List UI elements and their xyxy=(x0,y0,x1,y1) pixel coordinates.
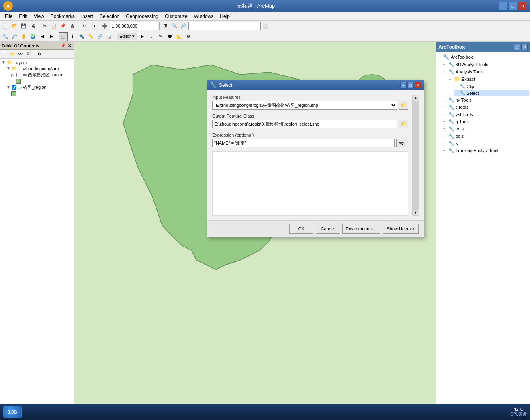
editor-tool6[interactable]: ⚙ xyxy=(184,32,193,41)
editor-tool3[interactable]: ✎ xyxy=(156,32,165,41)
toc-pin-btn[interactable]: 📌 xyxy=(60,43,66,49)
toc-list-by-selection[interactable]: ☑ xyxy=(25,51,32,58)
window-title: 无标题 - ArcMap xyxy=(13,2,499,10)
input-features-select[interactable]: E:\zhoudingcong\arcgis\矢量图徐州\省界_region.s… xyxy=(212,101,397,110)
editor-tool5[interactable]: 📐 xyxy=(175,32,184,41)
pan-tool[interactable]: ✋ xyxy=(19,32,28,41)
toc-close-btn[interactable]: ✕ xyxy=(67,43,72,49)
scroll-up-btn[interactable]: ▲ xyxy=(413,95,419,101)
open-btn[interactable]: 📂 xyxy=(10,22,19,31)
menu-bookmarks[interactable]: Bookmarks xyxy=(47,12,78,20)
arctoolbox-close-btn[interactable]: ✕ xyxy=(521,44,528,50)
toc-layer-group[interactable]: ▼ 📁 E:\zhoudingcong\arc xyxy=(6,65,73,71)
output-class-browse-btn[interactable]: 📁 xyxy=(399,120,408,128)
tb-spatial-tools[interactable]: + 🔧 yst Tools xyxy=(442,111,529,118)
identify-tool[interactable]: ℹ xyxy=(68,32,77,41)
toc-options[interactable]: ⚙ xyxy=(36,51,43,58)
hyperlink-tool[interactable]: 🔗 xyxy=(96,32,104,41)
close-button[interactable]: ✕ xyxy=(518,2,527,10)
dialog-close-btn[interactable]: ✕ xyxy=(415,82,421,88)
save-btn[interactable]: 💾 xyxy=(19,22,28,31)
menu-file[interactable]: File xyxy=(2,12,16,20)
expression-input[interactable]: "NAME" = '北京' xyxy=(212,139,395,147)
toc-sublayer1[interactable]: ▷ ▭ 西藏自治区_regio xyxy=(10,71,73,78)
toc-list-by-drawing[interactable]: ☰ xyxy=(1,51,8,58)
environments-button[interactable]: Environments... xyxy=(342,224,380,234)
select-tool[interactable]: ⬚ xyxy=(59,32,68,41)
minimize-button[interactable]: − xyxy=(499,2,507,10)
zoom-in-btn[interactable]: 🔍 xyxy=(170,22,179,31)
copy-btn[interactable]: 📋 xyxy=(49,22,58,31)
menu-view[interactable]: View xyxy=(31,12,47,20)
scroll-down-btn[interactable]: ▼ xyxy=(413,209,419,216)
map-area[interactable]: 🔧 Select − □ ✕ Input Features E xyxy=(74,42,436,410)
menu-geoprocessing[interactable]: Geoprocessing xyxy=(123,12,162,20)
editor-tool4[interactable]: ⬟ xyxy=(166,32,174,41)
toc-list-by-source[interactable]: 📁 xyxy=(9,51,16,58)
menu-insert[interactable]: Insert xyxy=(78,12,96,20)
new-btn[interactable]: 📄 xyxy=(1,22,10,31)
back-extent-tool[interactable]: ◀ xyxy=(38,32,47,41)
toc-list-by-visibility[interactable]: 👁 xyxy=(17,51,24,58)
zoom-in-tool[interactable]: 🔍 xyxy=(1,32,10,41)
tb-analysis-tools[interactable]: − 🔧 Analysis Tools xyxy=(442,68,529,75)
table-tool[interactable]: 📊 xyxy=(105,32,114,41)
output-class-input[interactable]: E:\zhoudingcong\arcgis\矢量图徐州\region_sele… xyxy=(212,120,397,128)
tb-analysis-label: Analysis Tools xyxy=(456,69,484,74)
tb-proximity-label: t Tools xyxy=(456,105,469,110)
menu-help[interactable]: Help xyxy=(217,12,233,20)
tb-tracking-tools[interactable]: + 🔧 Tracking Analyst Tools xyxy=(442,147,529,154)
tb-proximity-tools[interactable]: + 🔧 t Tools xyxy=(442,104,529,111)
toc-layer2[interactable]: ▼ ▭ 省界_region xyxy=(6,84,73,91)
forward-extent-tool[interactable]: ▶ xyxy=(47,32,56,41)
zoom-out-tool[interactable]: 🔎 xyxy=(10,32,19,41)
undo-btn[interactable]: ↩ xyxy=(80,22,88,31)
menu-customize[interactable]: Customize xyxy=(162,12,191,20)
zoom-out-btn[interactable]: 🔎 xyxy=(179,22,188,31)
tb-3d-analyst[interactable]: + 🔧 3D Analyst Tools xyxy=(442,61,529,68)
dialog-minimize-btn[interactable]: − xyxy=(400,82,407,88)
redo-btn[interactable]: ↪ xyxy=(89,22,98,31)
paste-btn[interactable]: 📌 xyxy=(59,22,68,31)
editor-tool1[interactable]: ▶ xyxy=(138,32,147,41)
find-tool[interactable]: 🔦 xyxy=(77,32,86,41)
tb-linear-tools[interactable]: + 🔧 ools xyxy=(442,125,529,133)
maximize-button[interactable]: □ xyxy=(508,2,517,10)
dialog-maximize-btn[interactable]: □ xyxy=(407,82,414,88)
cut-btn[interactable]: ✂ xyxy=(40,22,49,31)
tb-geocoding-tools[interactable]: + 🔧 g Tools xyxy=(442,118,529,125)
print-btn[interactable]: 🖨 xyxy=(29,22,37,31)
ok-button[interactable]: OK xyxy=(289,224,313,234)
input-features-browse-btn[interactable]: 📁 xyxy=(399,101,408,110)
search-input[interactable] xyxy=(188,22,261,30)
show-help-button[interactable]: Show Help >> xyxy=(383,224,419,234)
layer-checkbox[interactable] xyxy=(16,73,21,77)
tb-extract[interactable]: − 📁 Extract xyxy=(448,75,529,83)
tb-root[interactable]: □ 🔧 ArcToolbox xyxy=(437,53,529,61)
menu-selection[interactable]: Selection xyxy=(96,12,123,20)
editor-dropdown[interactable]: Editor ▾ xyxy=(117,33,137,40)
select-dialog: 🔧 Select − □ ✕ Input Features E xyxy=(207,80,424,237)
delete-btn[interactable]: 🗑 xyxy=(68,22,77,31)
tb-network-tools[interactable]: + 🔧 ools xyxy=(442,133,529,140)
zoom-full-btn[interactable]: ⊞ xyxy=(161,22,170,31)
tb-select[interactable]: 🔧 Select xyxy=(454,90,529,96)
sql-builder-btn[interactable]: SQL xyxy=(396,139,408,147)
measure-tool[interactable]: 📏 xyxy=(86,32,95,41)
add-data-btn[interactable]: ➕ xyxy=(100,22,109,31)
tb-clip[interactable]: 🔧 Clip xyxy=(454,83,529,90)
toc-layers-root[interactable]: ▼ 📁 Layers xyxy=(1,59,73,65)
scale-input[interactable]: 1:30,000,000 xyxy=(110,22,158,30)
menu-edit[interactable]: Edit xyxy=(16,12,31,20)
search-go-btn[interactable]: ⬜ xyxy=(261,22,270,31)
layer2-checkbox[interactable] xyxy=(12,85,16,90)
polygon-icon: ▭ xyxy=(23,72,27,77)
tb-overlay-tools[interactable]: + 🔧 ity Tools xyxy=(442,96,529,104)
cancel-button[interactable]: Cancel xyxy=(316,224,340,234)
full-extent-tool[interactable]: 🌍 xyxy=(29,32,37,41)
menu-windows[interactable]: Windows xyxy=(191,12,217,20)
arctoolbox-restore-btn[interactable]: □ xyxy=(514,44,520,50)
editor-tool2[interactable]: ⬧ xyxy=(147,32,156,41)
tb-network-label: ools xyxy=(456,134,464,139)
tb-stats-tools[interactable]: + 🔧 s xyxy=(442,140,529,147)
